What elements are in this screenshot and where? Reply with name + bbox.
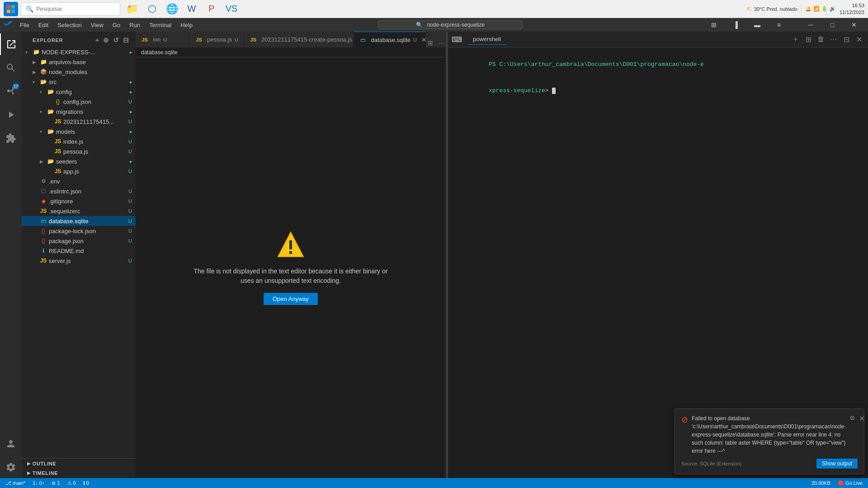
taskbar-systray-icons[interactable]: 🔔📶🔋🔊 bbox=[805, 6, 836, 12]
sidebar-title: EXPLORER bbox=[33, 38, 63, 43]
titlebar-search-box[interactable]: 🔍 node-express-sequelize bbox=[378, 20, 523, 29]
terminal-close-btn[interactable]: ✕ bbox=[854, 34, 864, 45]
tree-item-readme[interactable]: ▶ ℹ README.md bbox=[22, 246, 136, 256]
menu-edit[interactable]: Edit bbox=[34, 20, 53, 30]
taskbar-vscode2-icon[interactable]: VS bbox=[222, 0, 241, 18]
taskbar-app-icons: 📁 ⬡ 🌐 W P VS bbox=[123, 0, 241, 18]
collapse-all-icon[interactable]: ⊟ bbox=[122, 35, 130, 45]
tree-item-models[interactable]: ▾ 📂 models ● bbox=[22, 127, 136, 136]
tab-pessoa-js[interactable]: JS pessoa.js U bbox=[190, 32, 244, 47]
taskbar-system-tray: ⛅ 30°C Pred. nublado 🔔📶🔋🔊 16:53 11/12/20… bbox=[746, 2, 864, 15]
menu-file[interactable]: File bbox=[15, 20, 34, 30]
tree-item-arquivos-base[interactable]: ▶ 📁 arquivos-base bbox=[22, 57, 136, 67]
tree-item-app-js[interactable]: ▶ JS app.js U bbox=[22, 166, 136, 176]
menu-terminal[interactable]: Terminal bbox=[145, 20, 176, 30]
tree-item-eslintrc[interactable]: ▶ ⬡ .eslintrc.json U bbox=[22, 186, 136, 196]
tree-item-index-js[interactable]: ▶ JS index.js U bbox=[22, 136, 136, 146]
terminal-maximize-btn[interactable]: ⊟ bbox=[841, 34, 852, 45]
tree-item-src[interactable]: ▾ 📂 src ● bbox=[22, 77, 136, 87]
tab-migration-full[interactable]: JS 20231211175415-create-pessoa.js U bbox=[244, 32, 354, 47]
start-button[interactable] bbox=[4, 2, 18, 16]
new-file-icon[interactable]: + bbox=[94, 35, 101, 45]
window-minimize-btn[interactable]: ─ bbox=[800, 18, 821, 32]
tab-pessoa-badge: U bbox=[235, 37, 238, 42]
tree-item-migration-file[interactable]: ▶ JS 20231211175415... U bbox=[22, 117, 136, 127]
tree-item-config-json[interactable]: ▶ {} config.json U bbox=[22, 97, 136, 107]
statusbar-filesize[interactable]: 20.00KB bbox=[810, 478, 832, 488]
menu-run[interactable]: Run bbox=[125, 20, 145, 30]
source-control-badge: 17 bbox=[13, 83, 19, 89]
tree-item-seeders[interactable]: ▶ 📂 seeders ● bbox=[22, 156, 136, 166]
statusbar-sync[interactable]: 1↓ 0↑ bbox=[31, 478, 46, 488]
timeline-section[interactable]: ▶ TIMELINE bbox=[22, 468, 136, 478]
terminal-more-btn[interactable]: ··· bbox=[828, 34, 839, 45]
tree-item-package-lock[interactable]: ▶ {} package-lock.json U bbox=[22, 226, 136, 236]
editor-tabs-bar: JS ion U JS pessoa.js U JS 2023121117541… bbox=[136, 32, 446, 47]
activity-settings[interactable] bbox=[0, 456, 22, 478]
notification-settings-icon[interactable]: ⚙ bbox=[849, 414, 855, 422]
notification-popup: ⊘ Failed to open database 'c:\Users\arth… bbox=[675, 408, 864, 474]
statusbar-golive[interactable]: 🔴 Go Live bbox=[836, 478, 864, 488]
taskbar-word-icon[interactable]: W bbox=[183, 0, 201, 18]
tree-root[interactable]: ▾ 📁 NODE-EXPRESS-... ● bbox=[22, 47, 136, 57]
notification-close-icon[interactable]: ✕ bbox=[859, 414, 865, 423]
tab-database-sqlite[interactable]: 🗃 database.sqlite U ✕ bbox=[354, 32, 426, 47]
tree-item-server-js[interactable]: ▶ JS server.js U bbox=[22, 256, 136, 266]
editor-content: The file is not displayed in the text ed… bbox=[136, 57, 446, 478]
terminal-kill-btn[interactable]: 🗑 bbox=[816, 34, 826, 45]
new-folder-icon[interactable]: ⊕ bbox=[102, 35, 110, 45]
statusbar-info[interactable]: ℹ 0 bbox=[81, 478, 91, 488]
outline-section[interactable]: ▶ OUTLINE bbox=[22, 458, 136, 468]
statusbar-errors[interactable]: ⊘ 1 bbox=[50, 478, 61, 488]
tab-bar-actions: ⊞ ··· bbox=[426, 38, 446, 47]
menu-go[interactable]: Go bbox=[108, 20, 125, 30]
tree-item-config[interactable]: ▾ 📂 config ● bbox=[22, 87, 136, 97]
activity-search[interactable] bbox=[0, 57, 22, 79]
menu-help[interactable]: Help bbox=[176, 20, 197, 30]
tree-item-node-modules[interactable]: ▶ 📦 node_modules bbox=[22, 67, 136, 77]
tab-migration-partial[interactable]: JS ion U bbox=[136, 32, 190, 47]
taskbar-clock[interactable]: 16:53 11/12/2023 bbox=[840, 2, 864, 15]
activity-extensions[interactable] bbox=[0, 127, 22, 149]
taskbar-explorer-icon[interactable]: 📁 bbox=[123, 0, 141, 18]
toggle-sidebar-btn[interactable]: ▐ bbox=[725, 18, 746, 32]
terminal-split-btn[interactable]: ⊞ bbox=[803, 34, 814, 45]
activity-run[interactable] bbox=[0, 104, 22, 126]
tree-item-gitignore[interactable]: ▶ ◆ .gitignore U bbox=[22, 196, 136, 206]
taskbar-vscode-icon[interactable]: ⬡ bbox=[143, 0, 161, 18]
toggle-activity-bar-btn[interactable]: ≡ bbox=[769, 18, 789, 32]
activity-account[interactable] bbox=[0, 433, 22, 455]
taskbar-chrome-icon[interactable]: 🌐 bbox=[163, 0, 181, 18]
terminal-new-btn[interactable]: + bbox=[790, 34, 801, 45]
split-editor-right-btn[interactable]: ⊞ bbox=[426, 38, 435, 47]
open-anyway-button[interactable]: Open Anyway bbox=[264, 293, 318, 305]
taskbar-search-box[interactable]: 🔍 bbox=[21, 2, 120, 16]
statusbar-warnings[interactable]: ⚠ 0 bbox=[66, 478, 78, 488]
activity-explorer[interactable] bbox=[0, 33, 22, 55]
statusbar-branch[interactable]: ⎇ main* bbox=[4, 478, 27, 488]
svg-rect-0 bbox=[7, 5, 10, 9]
menu-view[interactable]: View bbox=[86, 20, 108, 30]
tree-item-pessoa-js[interactable]: ▶ JS pessoa.js U bbox=[22, 146, 136, 156]
tab-pessoa-label: pessoa.js bbox=[207, 36, 232, 43]
more-actions-btn[interactable]: ··· bbox=[437, 38, 446, 47]
tree-item-database-sqlite[interactable]: ▶ 🗃 database.sqlite U bbox=[22, 216, 136, 226]
breadcrumb-file[interactable]: database.sqlite bbox=[141, 49, 178, 56]
taskbar-search-input[interactable] bbox=[36, 5, 108, 12]
tree-item-package-json[interactable]: ▶ {} package.json U bbox=[22, 236, 136, 246]
tree-item-migrations[interactable]: ▾ 📂 migrations ● bbox=[22, 107, 136, 117]
taskbar-weather[interactable]: ⛅ 30°C Pred. nublado bbox=[746, 6, 797, 12]
refresh-icon[interactable]: ↺ bbox=[112, 35, 120, 45]
menu-selection[interactable]: Selection bbox=[53, 20, 86, 30]
split-editor-btn[interactable]: ⊞ bbox=[703, 18, 724, 32]
window-maximize-btn[interactable]: □ bbox=[822, 18, 843, 32]
toggle-panel-btn[interactable]: ▬ bbox=[747, 18, 768, 32]
tree-item-env[interactable]: ▶ ⚙ .env bbox=[22, 176, 136, 186]
window-controls: ⊞ ▐ ▬ ≡ ─ □ ✕ bbox=[703, 18, 864, 32]
window-close-btn[interactable]: ✕ bbox=[844, 18, 864, 32]
taskbar-ppt-icon[interactable]: P bbox=[203, 0, 221, 18]
activity-source-control[interactable]: 17 bbox=[0, 80, 22, 102]
show-output-button[interactable]: Show output bbox=[816, 459, 858, 469]
tree-item-sequelizerc[interactable]: ▶ JS .sequelizerc U bbox=[22, 206, 136, 216]
terminal-tab-powershell[interactable]: powershell bbox=[467, 34, 506, 45]
